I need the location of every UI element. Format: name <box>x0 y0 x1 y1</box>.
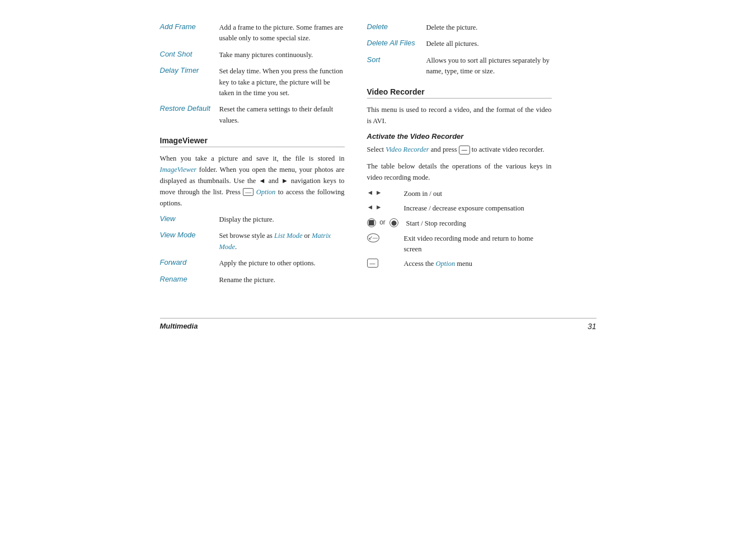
sort-desc: Allows you to sort all pictures separate… <box>426 55 552 77</box>
term-forward: Forward Apply the picture to other optio… <box>160 258 345 269</box>
term-view-mode: View Mode Set browse style as List Mode … <box>160 231 345 252</box>
activate-para1: Select Video Recorder and press — to act… <box>367 144 552 155</box>
term-cont-shot: Cont Shot Take many pictures continuousl… <box>160 50 345 60</box>
imageviewer-term-list: View Display the picture. View Mode Set … <box>160 214 345 285</box>
delay-timer-label: Delay Timer <box>160 66 210 74</box>
add-frame-label: Add Frame <box>160 22 210 31</box>
delete-desc: Delete the picture. <box>426 22 478 33</box>
key-row-exit: ↙— Exit video recording mode and return … <box>367 233 552 255</box>
view-mode-desc: Set browse style as List Mode or Matrix … <box>219 231 345 252</box>
view-label: View <box>160 214 210 223</box>
activate-para2: The table below details the operations o… <box>367 161 552 183</box>
video-recorder-heading: Video Recorder <box>367 87 552 99</box>
term-rename: Rename Rename the picture. <box>160 275 345 285</box>
delay-timer-desc: Set delay time. When you press the funct… <box>219 66 345 99</box>
record-key-circle2: ⬤ <box>389 218 398 227</box>
term-add-frame: Add Frame Add a frame to the picture. So… <box>160 22 345 44</box>
term-view: View Display the picture. <box>160 214 345 225</box>
rename-desc: Rename the picture. <box>219 275 275 285</box>
zoom-key-symbol: ◄ ► <box>367 189 396 196</box>
option-key-action: Access the Option menu <box>404 259 473 269</box>
video-recorder-link: Video Recorder <box>386 146 429 153</box>
activate-subheading: Activate the Video Recorder <box>367 132 552 140</box>
press-key-icon: — <box>459 146 470 154</box>
right-column: Delete Delete the picture. Delete All Fi… <box>367 22 552 296</box>
record-key-action: Start / Stop recording <box>406 218 466 229</box>
delete-label: Delete <box>367 22 417 31</box>
footer-section-label: Multimedia <box>160 322 198 330</box>
footer-page-number: 31 <box>588 322 597 331</box>
record-key-circle1: ⬛ <box>367 218 376 227</box>
exposure-key-symbol: ◄ ► <box>367 203 396 211</box>
key-row-record: ⬛ or ⬤ Start / Stop recording <box>367 218 552 229</box>
list-mode-link: List Mode <box>274 232 302 240</box>
term-restore-default: Restore Default Reset the camera setting… <box>160 104 345 126</box>
delete-all-files-desc: Delete all pictures. <box>426 39 479 49</box>
delete-all-files-label: Delete All Files <box>367 39 417 47</box>
zoom-key-action: Zoom in / out <box>404 189 442 199</box>
option-inline-link: Option <box>256 188 276 196</box>
cont-shot-label: Cont Shot <box>160 50 210 58</box>
delete-term-list: Delete Delete the picture. Delete All Fi… <box>367 22 552 77</box>
sort-label: Sort <box>367 55 417 64</box>
cont-shot-desc: Take many pictures continuously. <box>219 50 313 60</box>
restore-default-label: Restore Default <box>160 104 210 113</box>
option-key-symbol: — <box>367 259 396 268</box>
term-delay-timer: Delay Timer Set delay time. When you pre… <box>160 66 345 99</box>
restore-default-desc: Reset the camera settings to their defau… <box>219 104 345 126</box>
view-mode-label: View Mode <box>160 231 210 239</box>
term-sort: Sort Allows you to sort all pictures sep… <box>367 55 552 77</box>
exit-key-symbol: ↙— <box>367 233 396 242</box>
key-row-exposure: ◄ ► Increase / decrease exposure compens… <box>367 203 552 214</box>
page-footer: Multimedia 31 <box>160 318 597 331</box>
term-delete-all-files: Delete All Files Delete all pictures. <box>367 39 552 49</box>
term-delete: Delete Delete the picture. <box>367 22 552 33</box>
camera-term-list: Add Frame Add a frame to the picture. So… <box>160 22 345 126</box>
imageviewer-para: When you take a picture and save it, the… <box>160 153 345 209</box>
exit-key-icon: ↙— <box>367 233 379 242</box>
option-key-icon: — <box>367 259 378 268</box>
forward-label: Forward <box>160 258 210 266</box>
key-table: ◄ ► Zoom in / out ◄ ► Increase / decreas… <box>367 189 552 270</box>
view-desc: Display the picture. <box>219 214 274 225</box>
video-recorder-para: This menu is used to record a video, and… <box>367 104 552 127</box>
exit-key-action: Exit video recording mode and return to … <box>404 233 552 255</box>
rename-label: Rename <box>160 275 210 283</box>
record-key-symbol: ⬛ or ⬤ <box>367 218 398 227</box>
key-row-zoom: ◄ ► Zoom in / out <box>367 189 552 199</box>
key-row-option: — Access the Option menu <box>367 259 552 269</box>
left-column: Add Frame Add a frame to the picture. So… <box>160 22 345 296</box>
exposure-key-action: Increase / decrease exposure compensatio… <box>404 203 524 214</box>
forward-desc: Apply the picture to other options. <box>219 258 316 269</box>
imageviewer-heading: ImageViewer <box>160 136 345 147</box>
imageviewer-link: ImageViewer <box>160 166 197 174</box>
add-frame-desc: Add a frame to the picture. Some frames … <box>219 22 345 44</box>
option-menu-link: Option <box>435 260 455 268</box>
